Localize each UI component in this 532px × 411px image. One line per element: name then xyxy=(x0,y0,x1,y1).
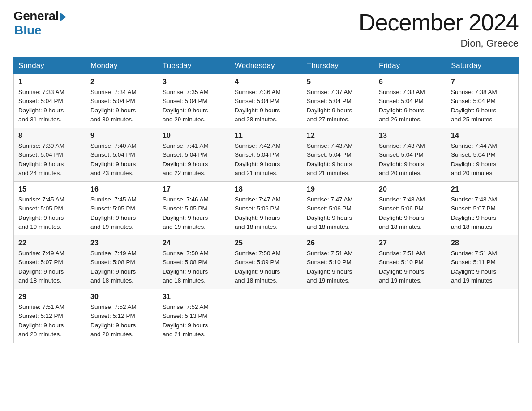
day-info: Sunrise: 7:46 AMSunset: 5:05 PMDaylight:… xyxy=(163,195,225,231)
day-info: Sunrise: 7:38 AMSunset: 5:04 PMDaylight:… xyxy=(379,88,442,124)
calendar-cell: 30Sunrise: 7:52 AMSunset: 5:12 PMDayligh… xyxy=(86,289,158,343)
day-info: Sunrise: 7:44 AMSunset: 5:04 PMDaylight:… xyxy=(451,141,514,178)
day-number: 5 xyxy=(307,78,369,86)
calendar-cell: 19Sunrise: 7:47 AMSunset: 5:06 PMDayligh… xyxy=(302,182,374,235)
day-info: Sunrise: 7:50 AMSunset: 5:09 PMDaylight:… xyxy=(235,249,297,285)
day-info: Sunrise: 7:49 AMSunset: 5:07 PMDaylight:… xyxy=(18,249,81,285)
day-info: Sunrise: 7:47 AMSunset: 5:06 PMDaylight:… xyxy=(307,195,369,231)
calendar-cell: 26Sunrise: 7:51 AMSunset: 5:10 PMDayligh… xyxy=(302,235,374,289)
calendar-cell: 23Sunrise: 7:49 AMSunset: 5:08 PMDayligh… xyxy=(86,235,158,289)
logo: General Blue xyxy=(13,9,66,38)
calendar-cell: 21Sunrise: 7:48 AMSunset: 5:07 PMDayligh… xyxy=(446,182,519,235)
day-info: Sunrise: 7:33 AMSunset: 5:04 PMDaylight:… xyxy=(18,88,81,124)
calendar-cell: 31Sunrise: 7:52 AMSunset: 5:13 PMDayligh… xyxy=(158,289,230,343)
day-info: Sunrise: 7:45 AMSunset: 5:05 PMDaylight:… xyxy=(18,195,81,231)
calendar-cell: 7Sunrise: 7:38 AMSunset: 5:04 PMDaylight… xyxy=(446,74,519,128)
calendar-week-2: 8Sunrise: 7:39 AMSunset: 5:04 PMDaylight… xyxy=(14,128,519,182)
header-wednesday: Wednesday xyxy=(230,58,302,74)
calendar-cell xyxy=(446,289,519,343)
calendar-cell: 8Sunrise: 7:39 AMSunset: 5:04 PMDaylight… xyxy=(14,128,86,182)
day-info: Sunrise: 7:51 AMSunset: 5:10 PMDaylight:… xyxy=(307,249,369,285)
logo-arrow-icon xyxy=(60,13,66,21)
day-info: Sunrise: 7:52 AMSunset: 5:12 PMDaylight:… xyxy=(90,303,153,339)
day-info: Sunrise: 7:35 AMSunset: 5:04 PMDaylight:… xyxy=(163,88,225,124)
month-title: December 2024 xyxy=(359,9,519,36)
day-info: Sunrise: 7:42 AMSunset: 5:04 PMDaylight:… xyxy=(235,141,297,178)
header-friday: Friday xyxy=(374,58,446,74)
day-number: 10 xyxy=(163,132,225,140)
day-number: 24 xyxy=(163,239,225,247)
day-number: 2 xyxy=(90,78,153,86)
day-number: 16 xyxy=(90,185,153,193)
day-number: 12 xyxy=(307,132,369,140)
day-info: Sunrise: 7:39 AMSunset: 5:04 PMDaylight:… xyxy=(18,141,81,178)
title-area: December 2024 Dion, Greece xyxy=(359,9,519,49)
day-number: 21 xyxy=(451,185,514,193)
day-number: 1 xyxy=(18,78,81,86)
header-tuesday: Tuesday xyxy=(158,58,230,74)
calendar-cell: 17Sunrise: 7:46 AMSunset: 5:05 PMDayligh… xyxy=(158,182,230,235)
calendar-week-3: 15Sunrise: 7:45 AMSunset: 5:05 PMDayligh… xyxy=(14,182,519,235)
calendar-cell: 10Sunrise: 7:41 AMSunset: 5:04 PMDayligh… xyxy=(158,128,230,182)
day-info: Sunrise: 7:48 AMSunset: 5:07 PMDaylight:… xyxy=(451,195,514,231)
calendar-week-1: 1Sunrise: 7:33 AMSunset: 5:04 PMDaylight… xyxy=(14,74,519,128)
calendar-cell: 9Sunrise: 7:40 AMSunset: 5:04 PMDaylight… xyxy=(86,128,158,182)
day-number: 19 xyxy=(307,185,369,193)
day-number: 8 xyxy=(18,132,81,140)
calendar-cell: 16Sunrise: 7:45 AMSunset: 5:05 PMDayligh… xyxy=(86,182,158,235)
day-number: 25 xyxy=(235,239,297,247)
day-info: Sunrise: 7:43 AMSunset: 5:04 PMDaylight:… xyxy=(379,141,442,178)
logo-blue-text: Blue xyxy=(14,23,42,38)
day-info: Sunrise: 7:37 AMSunset: 5:04 PMDaylight:… xyxy=(307,88,369,124)
day-info: Sunrise: 7:34 AMSunset: 5:04 PMDaylight:… xyxy=(90,88,153,124)
calendar-cell: 15Sunrise: 7:45 AMSunset: 5:05 PMDayligh… xyxy=(14,182,86,235)
day-number: 18 xyxy=(235,185,297,193)
day-number: 22 xyxy=(18,239,81,247)
day-number: 3 xyxy=(163,78,225,86)
day-info: Sunrise: 7:40 AMSunset: 5:04 PMDaylight:… xyxy=(90,141,153,178)
calendar-cell: 25Sunrise: 7:50 AMSunset: 5:09 PMDayligh… xyxy=(230,235,302,289)
day-info: Sunrise: 7:43 AMSunset: 5:04 PMDaylight:… xyxy=(307,141,369,178)
day-info: Sunrise: 7:48 AMSunset: 5:06 PMDaylight:… xyxy=(379,195,442,231)
calendar-cell: 11Sunrise: 7:42 AMSunset: 5:04 PMDayligh… xyxy=(230,128,302,182)
day-number: 20 xyxy=(379,185,442,193)
header-thursday: Thursday xyxy=(302,58,374,74)
day-info: Sunrise: 7:51 AMSunset: 5:12 PMDaylight:… xyxy=(18,303,81,339)
calendar-cell: 2Sunrise: 7:34 AMSunset: 5:04 PMDaylight… xyxy=(86,74,158,128)
day-number: 31 xyxy=(163,293,225,301)
calendar-cell: 12Sunrise: 7:43 AMSunset: 5:04 PMDayligh… xyxy=(302,128,374,182)
calendar-cell: 14Sunrise: 7:44 AMSunset: 5:04 PMDayligh… xyxy=(446,128,519,182)
day-number: 6 xyxy=(379,78,442,86)
calendar-cell xyxy=(374,289,446,343)
calendar-cell: 28Sunrise: 7:51 AMSunset: 5:11 PMDayligh… xyxy=(446,235,519,289)
day-number: 11 xyxy=(235,132,297,140)
day-info: Sunrise: 7:47 AMSunset: 5:06 PMDaylight:… xyxy=(235,195,297,231)
calendar-header-row: SundayMondayTuesdayWednesdayThursdayFrid… xyxy=(14,58,519,74)
day-number: 13 xyxy=(379,132,442,140)
calendar-table: SundayMondayTuesdayWednesdayThursdayFrid… xyxy=(13,57,519,343)
day-number: 23 xyxy=(90,239,153,247)
day-info: Sunrise: 7:49 AMSunset: 5:08 PMDaylight:… xyxy=(90,249,153,285)
day-number: 15 xyxy=(18,185,81,193)
calendar-cell: 3Sunrise: 7:35 AMSunset: 5:04 PMDaylight… xyxy=(158,74,230,128)
logo-general-text: General xyxy=(13,9,59,23)
calendar-cell: 18Sunrise: 7:47 AMSunset: 5:06 PMDayligh… xyxy=(230,182,302,235)
header-monday: Monday xyxy=(86,58,158,74)
day-number: 4 xyxy=(235,78,297,86)
calendar-cell: 13Sunrise: 7:43 AMSunset: 5:04 PMDayligh… xyxy=(374,128,446,182)
day-number: 28 xyxy=(451,239,514,247)
calendar-cell xyxy=(230,289,302,343)
calendar-cell: 27Sunrise: 7:51 AMSunset: 5:10 PMDayligh… xyxy=(374,235,446,289)
calendar-week-5: 29Sunrise: 7:51 AMSunset: 5:12 PMDayligh… xyxy=(14,289,519,343)
calendar-cell: 5Sunrise: 7:37 AMSunset: 5:04 PMDaylight… xyxy=(302,74,374,128)
day-info: Sunrise: 7:41 AMSunset: 5:04 PMDaylight:… xyxy=(163,141,225,178)
calendar-cell: 6Sunrise: 7:38 AMSunset: 5:04 PMDaylight… xyxy=(374,74,446,128)
calendar-week-4: 22Sunrise: 7:49 AMSunset: 5:07 PMDayligh… xyxy=(14,235,519,289)
calendar-cell: 22Sunrise: 7:49 AMSunset: 5:07 PMDayligh… xyxy=(14,235,86,289)
day-info: Sunrise: 7:52 AMSunset: 5:13 PMDaylight:… xyxy=(163,303,225,339)
day-info: Sunrise: 7:50 AMSunset: 5:08 PMDaylight:… xyxy=(163,249,225,285)
calendar-cell: 24Sunrise: 7:50 AMSunset: 5:08 PMDayligh… xyxy=(158,235,230,289)
calendar-cell: 20Sunrise: 7:48 AMSunset: 5:06 PMDayligh… xyxy=(374,182,446,235)
calendar-cell: 4Sunrise: 7:36 AMSunset: 5:04 PMDaylight… xyxy=(230,74,302,128)
calendar-body: 1Sunrise: 7:33 AMSunset: 5:04 PMDaylight… xyxy=(14,74,519,343)
